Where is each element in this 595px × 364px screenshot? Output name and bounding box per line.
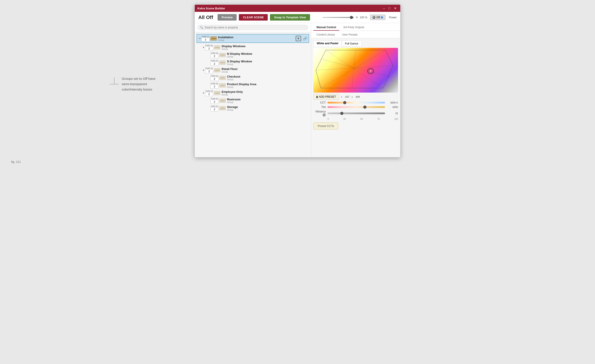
swap-template-button[interactable]: Swap to Template View — [270, 14, 310, 21]
preset-ccts-button[interactable]: Preset CCTs — [313, 123, 338, 130]
app-window: Ketra Scene Builder – □ ✕ All Off Previe… — [195, 5, 400, 158]
bookmark-icon: ▮ — [316, 95, 318, 98]
fade-input-checkout[interactable] — [210, 77, 219, 81]
fade-label-eo: Fade (s) — [205, 90, 213, 92]
add-preset-button[interactable]: ▮ ADD PRESET — [313, 94, 339, 100]
item-type-employee-only: Group — [222, 93, 243, 96]
item-name-display-windows: Display Windows — [222, 44, 246, 48]
cct-slider-track[interactable] — [327, 102, 385, 103]
color-section: White and Pastel Full Gamut — [311, 38, 400, 133]
tree-item-employee-only: ▼ Fade (s) 100% Employee-Only Group — [201, 89, 309, 96]
cct-slider-thumb[interactable] — [343, 101, 346, 104]
tree-item-product-display: ▼ Fade (s) 100% Product Display Area Gro… — [206, 82, 309, 89]
fade-label-st: Fade (s) — [211, 105, 218, 107]
fade-block-n-display: Fade (s) — [210, 52, 219, 58]
gamut-tabs: White and Pastel Full Gamut — [313, 41, 398, 47]
item-type-checkout: Group — [227, 78, 240, 81]
fade-label-nd: Fade (s) — [211, 52, 218, 54]
color-picker-area[interactable] — [313, 48, 398, 93]
item-type-display-windows: Group — [222, 48, 246, 50]
fade-input-retail-floor[interactable] — [205, 69, 213, 73]
remove-installation-button[interactable]: ✕ — [296, 36, 301, 41]
item-type-product-display: Group — [227, 86, 256, 88]
collapse-installation[interactable]: ▼ — [198, 37, 201, 40]
sun-icon: ☀ — [355, 15, 358, 20]
fade-block-display-windows: Fade (s) — [205, 44, 213, 50]
fade-block-restroom: Fade (s) — [210, 97, 219, 104]
fade-block-employee-only: Fade (s) — [205, 90, 213, 96]
clear-scene-button[interactable]: CLEAR SCENE — [239, 14, 268, 21]
fade-input-product-display[interactable] — [210, 84, 219, 89]
vibrancy-help-icon[interactable]: ? — [323, 113, 326, 117]
gamut-tab-white-pastel[interactable]: White and Pastel — [313, 41, 342, 47]
close-button[interactable]: ✕ — [393, 7, 397, 10]
maximize-button[interactable]: □ — [388, 7, 391, 10]
item-info-employee-only: Employee-Only Group — [222, 90, 243, 96]
tree-item-restroom: ▼ Fade (s) 100% Restroom Group — [206, 97, 309, 104]
search-input-wrap: 🔍 — [198, 25, 308, 30]
power-icon: ⏻ — [373, 16, 375, 19]
item-info-checkout: Checkout Group — [227, 75, 240, 81]
fade-input-storage[interactable] — [210, 107, 219, 111]
cct-slider-row: CCT 3000 K — [313, 101, 398, 104]
item-info-n-display: N Display Window Group — [227, 52, 252, 58]
fig-caption: fig. 111 — [11, 160, 21, 164]
collapse-retail-floor[interactable]: ▼ — [202, 69, 205, 72]
item-name-storage: Storage — [227, 105, 238, 109]
tint-slider-row: Tint .0000 — [313, 105, 398, 109]
tint-slider-thumb[interactable] — [363, 105, 367, 109]
search-input[interactable] — [205, 26, 306, 29]
control-panel: Manual Control 3rd Party Outputs Content… — [311, 23, 400, 157]
level0-actions: ✕ 🔗 — [296, 36, 307, 41]
fade-input-n-display[interactable] — [210, 54, 219, 58]
tint-label: Tint — [313, 105, 326, 109]
tab-3rd-party[interactable]: 3rd Party Outputs — [340, 24, 367, 31]
vibrancy-slider-track[interactable] — [327, 112, 385, 114]
vibrancy-scale-75: 75 — [377, 118, 380, 120]
add-preset-label: ADD PRESET — [319, 95, 336, 98]
tab-user-presets[interactable]: User Presets — [339, 32, 361, 38]
gamut-tab-full-gamut[interactable]: Full Gamut — [342, 41, 361, 47]
brightness-track[interactable] — [323, 17, 354, 18]
sub-tabs-row: Content Library User Presets — [311, 31, 400, 38]
intensity-display-windows: 100% — [214, 45, 220, 49]
fade-label-dw: Fade (s) — [205, 44, 213, 47]
cct-label: CCT — [313, 101, 326, 104]
item-name-restroom: Restroom — [227, 98, 241, 101]
intensity-restroom: 100% — [219, 99, 226, 103]
tab-content-library[interactable]: Content Library — [313, 32, 338, 38]
collapse-display-windows[interactable]: ▼ — [202, 46, 205, 49]
fade-input-restroom[interactable] — [210, 100, 219, 104]
fade-block-installation: Fade (s) — [201, 35, 210, 41]
item-type-s-display: Group — [227, 63, 252, 66]
intensity-checkout: 100% — [219, 76, 226, 80]
fade-input-s-display[interactable] — [210, 62, 219, 66]
item-name-s-display: S Display Window — [227, 60, 252, 63]
y-coord-value: .404 — [355, 96, 360, 98]
vibrancy-scale-100: 100 — [394, 118, 398, 120]
collapse-employee-only[interactable]: ▼ — [202, 91, 205, 95]
tint-slider-track[interactable] — [327, 106, 385, 108]
brightness-thumb[interactable] — [350, 16, 353, 19]
item-info-display-windows: Display Windows Group — [222, 44, 246, 50]
link-installation-icon[interactable]: 🔗 — [303, 36, 307, 41]
tab-manual-control[interactable]: Manual Control — [313, 24, 339, 31]
fade-label-rf: Fade (s) — [205, 67, 213, 69]
vibrancy-scale: 0 25 50 75 100 — [313, 118, 398, 120]
fade-input-installation[interactable] — [201, 38, 210, 41]
brightness-slider-area: ☀ 100 % — [323, 15, 367, 20]
item-name-employee-only: Employee-Only — [222, 90, 243, 93]
power-button[interactable]: ⏻ Off — [370, 14, 385, 20]
power-text-label: Power — [389, 16, 397, 19]
vibrancy-slider-thumb[interactable] — [340, 112, 343, 115]
main-content: 🔍 ▼ Fade (s) 100% Installation Group — [195, 23, 400, 157]
fade-input-employee-only[interactable] — [205, 92, 213, 96]
fade-label-sd: Fade (s) — [211, 60, 218, 62]
svg-line-3 — [352, 50, 356, 88]
svg-line-2 — [321, 50, 385, 88]
fade-input-display-windows[interactable] — [205, 47, 213, 50]
minimize-button[interactable]: – — [382, 7, 386, 10]
preview-button[interactable]: Preview — [218, 14, 237, 21]
fade-block-checkout: Fade (s) — [210, 75, 219, 81]
vibrancy-value: 25 — [387, 112, 398, 115]
